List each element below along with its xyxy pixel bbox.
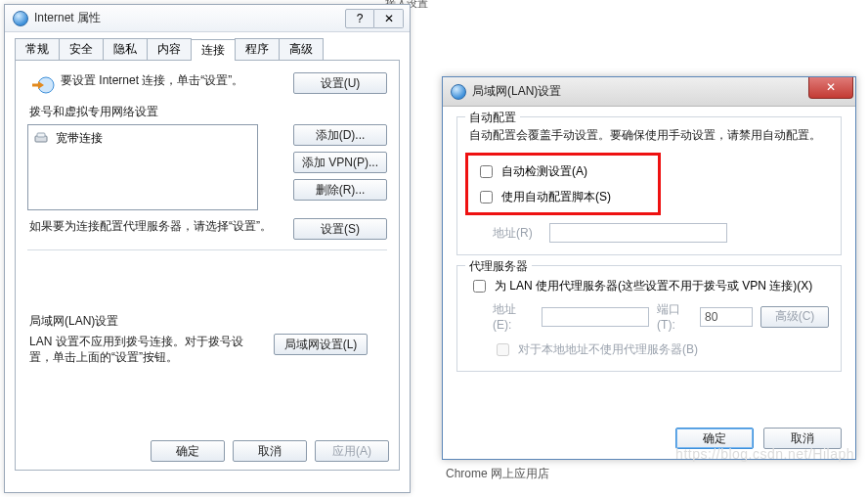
tab-programs[interactable]: 程序 [235,38,280,60]
auto-script-checkbox[interactable] [480,191,493,203]
tab-connections[interactable]: 连接 [191,39,236,61]
tab-security[interactable]: 安全 [59,38,104,60]
tab-bar: 常规 安全 隐私 内容 连接 程序 高级 [5,32,410,60]
cancel-button[interactable]: 取消 [233,440,307,462]
proxy-address-input[interactable] [542,307,649,327]
proxy-group: 代理服务器 为 LAN 使用代理服务器(这些设置不用于拨号或 VPN 连接)(X… [456,265,842,372]
modem-icon [34,132,50,144]
lan-settings-window: 局域网(LAN)设置 ✕ 自动配置 自动配置会覆盖手动设置。要确保使用手动设置，… [442,76,856,460]
auto-script-label: 使用自动配置脚本(S) [501,189,611,205]
add-button[interactable]: 添加(D)... [293,124,387,146]
group-legend: 自动配置 [465,110,520,126]
tab-general[interactable]: 常规 [15,38,60,60]
connections-listbox[interactable]: 宽带连接 [27,124,258,210]
setup-intro-text: 要设置 Internet 连接，单击“设置”。 [61,72,282,88]
settings-button[interactable]: 设置(S) [293,218,387,240]
bypass-local-checkbox[interactable] [497,343,509,356]
address-label: 地址(R) [493,225,542,242]
close-icon: ✕ [826,80,836,94]
group-legend: 代理服务器 [465,258,532,275]
auto-config-note: 自动配置会覆盖手动设置。要确保使用手动设置，请禁用自动配置。 [469,127,829,143]
highlight-box: 自动检测设置(A) 使用自动配置脚本(S) [465,153,661,215]
proxy-address-label: 地址(E): [493,301,534,332]
chrome-store-text: Chrome 网上应用店 [446,466,549,482]
use-proxy-label: 为 LAN 使用代理服务器(这些设置不用于拨号或 VPN 连接)(X) [495,278,812,294]
remove-button[interactable]: 删除(R)... [293,179,387,201]
auto-detect-checkbox[interactable] [480,165,493,178]
bypass-local-label: 对于本地地址不使用代理服务器(B) [518,341,698,358]
lan-note: LAN 设置不应用到拨号连接。对于拨号设置，单击上面的“设置”按钮。 [27,334,262,365]
titlebar[interactable]: 局域网(LAN)设置 ✕ [443,77,855,107]
svg-rect-3 [37,133,45,137]
close-button[interactable]: ✕ [374,9,404,28]
tab-advanced[interactable]: 高级 [279,38,324,60]
separator [27,249,387,250]
help-button[interactable]: ? [345,9,374,28]
cancel-button[interactable]: 取消 [763,428,842,449]
close-button[interactable]: ✕ [808,77,853,99]
apply-button[interactable]: 应用(A) [315,440,389,462]
lan-section-label: 局域网(LAN)设置 [29,313,387,330]
setup-wizard-icon [27,72,61,96]
use-proxy-checkbox[interactable] [473,280,486,293]
setup-button[interactable]: 设置(U) [293,72,387,94]
list-item[interactable]: 宽带连接 [34,129,251,147]
window-title: Internet 属性 [34,10,101,26]
globe-icon [13,11,28,26]
auto-config-group: 自动配置 自动配置会覆盖手动设置。要确保使用手动设置，请禁用自动配置。 自动检测… [456,116,842,255]
internet-properties-window: Internet 属性 ? ✕ 常规 安全 隐私 内容 连接 程序 高级 要设置… [4,4,411,493]
add-vpn-button[interactable]: 添加 VPN(P)... [293,152,387,173]
window-title: 局域网(LAN)设置 [472,83,561,100]
connections-panel: 要设置 Internet 连接，单击“设置”。 设置(U) 拨号和虚拟专用网络设… [15,60,400,471]
ok-button[interactable]: 确定 [675,428,754,449]
auto-detect-label: 自动检测设置(A) [501,163,587,180]
ok-button[interactable]: 确定 [151,440,225,462]
tab-privacy[interactable]: 隐私 [103,38,148,60]
proxy-note: 如果要为连接配置代理服务器，请选择“设置”。 [27,218,282,234]
proxy-port-label: 端口(T): [657,301,692,332]
titlebar[interactable]: Internet 属性 ? ✕ [5,5,410,32]
advanced-button[interactable]: 高级(C) [760,306,829,328]
tab-content[interactable]: 内容 [147,38,192,60]
lan-settings-button[interactable]: 局域网设置(L) [274,334,368,355]
globe-icon [451,84,466,100]
list-item-label: 宽带连接 [56,130,103,147]
dial-section-label: 拨号和虚拟专用网络设置 [29,104,387,120]
proxy-port-input[interactable] [700,307,753,327]
script-address-input[interactable] [549,223,727,243]
